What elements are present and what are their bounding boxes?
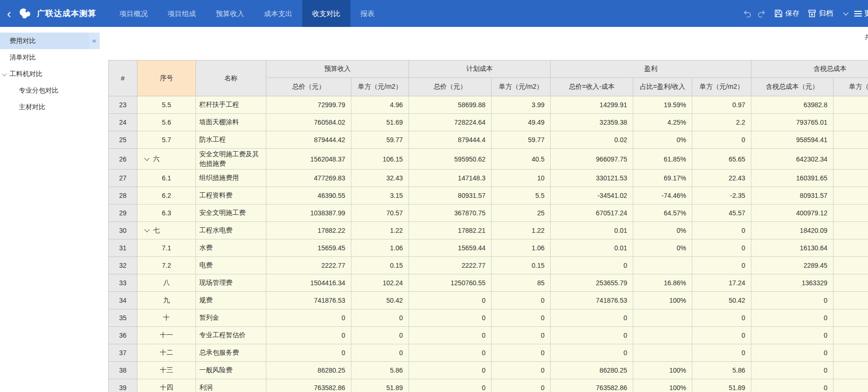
table-row[interactable]: 286.2工程资料费46390.553.1580931.575.5-34541.… <box>109 187 868 205</box>
row-value-cell: 0 <box>692 131 751 149</box>
table-row[interactable]: 276.1组织措施费用477269.8332.43147148.31033012… <box>109 170 868 187</box>
column-subheader: 单方（元/m2） <box>692 78 751 96</box>
archive-button[interactable]: 归档 <box>808 9 833 18</box>
row-value-cell: 0 <box>351 309 409 327</box>
sidebar-item[interactable]: 专业分包对比 <box>0 82 100 99</box>
row-seq-cell: 5.6 <box>137 114 196 131</box>
row-value-cell: 80931.57 <box>751 187 834 205</box>
row-value-cell <box>633 257 692 274</box>
row-value-cell: 51.89 <box>692 379 751 392</box>
row-value-cell: 18420.09 <box>751 222 834 239</box>
back-icon[interactable]: ‹ <box>0 1 16 26</box>
column-subheader: 总价（元） <box>266 78 351 96</box>
column-header: 预算收入 <box>266 60 409 78</box>
column-subheader: 总价（元） <box>409 78 492 96</box>
table-row[interactable]: 245.6墙面天棚涂料760584.0251.69728224.6449.493… <box>109 114 868 131</box>
row-name-cell: 安全文明施工费 <box>196 205 266 222</box>
table-row[interactable]: 296.3安全文明施工费1038387.9970.57367870.752567… <box>109 205 868 222</box>
table-row[interactable]: 26六安全文明施工费及其他措施费1562048.37106.15595950.6… <box>109 149 868 170</box>
table-row[interactable]: 327.2电费2222.770.152222.770.15002289.45 <box>109 257 868 274</box>
row-value-cell: 100% <box>633 362 692 379</box>
row-value-cell <box>633 309 692 327</box>
row-seq-cell: 十一 <box>137 327 196 344</box>
table-row[interactable]: 37十二总承包服务费0000000 <box>109 344 868 362</box>
topbar-tab[interactable]: 预算收入 <box>206 0 254 27</box>
chevron-down-icon[interactable] <box>2 72 7 77</box>
topbar-tab[interactable]: 报表 <box>350 0 384 27</box>
row-value-cell: 330121.53 <box>551 170 633 187</box>
row-value-cell: 0 <box>492 292 551 309</box>
sidebar-collapse-button[interactable]: « <box>89 33 100 49</box>
sidebar-item[interactable]: 主材对比 <box>0 99 100 115</box>
row-value-cell <box>834 274 868 292</box>
row-value-cell: 50.42 <box>692 292 751 309</box>
table-body: 235.5栏杆扶手工程72999.794.9658699.883.9914299… <box>109 96 868 392</box>
row-value-cell: 0% <box>633 222 692 239</box>
save-button[interactable]: 保存 <box>774 9 800 18</box>
table-row[interactable]: 39十四利润763582.8651.8900763582.86100%51.89… <box>109 379 868 392</box>
table-row[interactable]: 35十暂列金0000000 <box>109 309 868 327</box>
sidebar-item-label: 费用对比 <box>9 37 36 44</box>
row-value-cell: 86280.25 <box>266 362 351 379</box>
row-seq-cell: 十二 <box>137 344 196 362</box>
table-row[interactable]: 30七工程水电费17882.221.2217882.211.220.010%01… <box>109 222 868 239</box>
row-seq-label: 十三 <box>160 366 173 374</box>
column-header: 计划成本 <box>409 60 551 78</box>
table-row[interactable]: 34九规费741876.5350.4200741876.53100%50.420 <box>109 292 868 309</box>
row-value-cell: 0.01 <box>551 239 633 257</box>
sidebar-item[interactable]: 费用对比 <box>0 33 100 49</box>
redo-icon[interactable] <box>757 9 766 17</box>
row-number-cell: 32 <box>109 257 137 274</box>
row-value-cell: 760584.02 <box>266 114 351 131</box>
row-number-cell: 33 <box>109 274 137 292</box>
row-value-cell: 879444.42 <box>266 131 351 149</box>
row-value-cell: 5.86 <box>692 362 751 379</box>
row-value-cell: 5.86 <box>351 362 409 379</box>
row-seq-label: 十二 <box>160 349 173 356</box>
archive-dropdown-chevron-icon[interactable] <box>843 10 848 15</box>
row-seq-cell: 6.3 <box>137 205 196 222</box>
column-subheader: 单方（元/m2） <box>492 78 551 96</box>
row-seq-cell: 六 <box>137 149 196 170</box>
row-value-cell: 80931.57 <box>409 187 492 205</box>
row-value-cell: 0 <box>551 344 633 362</box>
row-value-cell: 642302.34 <box>751 149 834 170</box>
table-row[interactable]: 255.7防水工程879444.4259.77879444.459.770.02… <box>109 131 868 149</box>
row-value-cell <box>834 257 868 274</box>
row-name-cell: 工程资料费 <box>196 187 266 205</box>
row-value-cell: 0 <box>751 344 834 362</box>
row-number-cell: 35 <box>109 309 137 327</box>
sidebar-item[interactable]: 清单对比 <box>0 49 100 66</box>
row-value-cell <box>633 344 692 362</box>
hamburger-menu-icon <box>854 11 862 17</box>
sidebar-item[interactable]: 工料机对比 <box>0 66 100 82</box>
row-value-cell: 0 <box>692 344 751 362</box>
row-seq-label: 7.1 <box>162 244 171 252</box>
row-value-cell: -34541.02 <box>551 187 633 205</box>
row-value-cell: 879444.4 <box>409 131 492 149</box>
archive-icon <box>808 9 816 17</box>
topbar-tab[interactable]: 项目概况 <box>110 0 158 27</box>
row-value-cell: 0.01 <box>551 222 633 239</box>
row-name-cell: 栏杆扶手工程 <box>196 96 266 114</box>
table-row[interactable]: 317.1水费15659.451.0615659.441.060.010%016… <box>109 239 868 257</box>
row-value-cell: 2.2 <box>692 114 751 131</box>
table-row[interactable]: 38十三一般风险费86280.255.860086280.25100%5.860 <box>109 362 868 379</box>
topbar-tab[interactable]: 收支对比 <box>302 0 350 27</box>
expand-chevron-icon[interactable] <box>144 227 149 232</box>
fee-comparison-table: #序号名称预算收入计划成本盈利含税总成本总价（元）单方（元/m2）总价（元）单方… <box>108 60 868 392</box>
more-menu-button[interactable]: 更 <box>854 9 868 18</box>
topbar-tab[interactable]: 项目组成 <box>158 0 206 27</box>
column-header: 序号 <box>137 60 196 96</box>
row-name-cell: 水费 <box>196 239 266 257</box>
table-row[interactable]: 235.5栏杆扶手工程72999.794.9658699.883.9914299… <box>109 96 868 114</box>
topbar-tab[interactable]: 成本支出 <box>254 0 302 27</box>
expand-chevron-icon[interactable] <box>144 155 149 161</box>
row-value-cell: 58699.88 <box>409 96 492 114</box>
row-value-cell: 1.22 <box>492 222 551 239</box>
table-row[interactable]: 36十一专业工程暂估价0000000 <box>109 327 868 344</box>
table-row[interactable]: 33八现场管理费1504416.34102.241250760.55852536… <box>109 274 868 292</box>
undo-icon[interactable] <box>742 9 751 17</box>
column-header: 盈利 <box>551 60 751 78</box>
row-name-cell: 规费 <box>196 292 266 309</box>
